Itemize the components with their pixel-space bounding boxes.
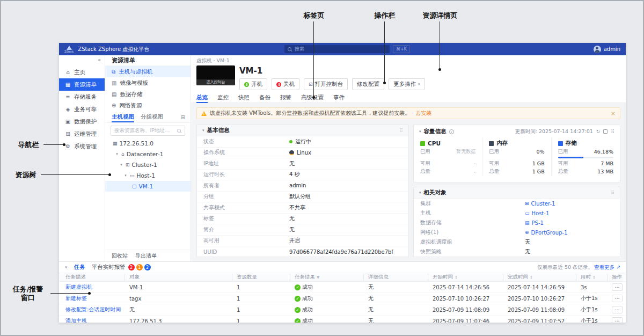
tree-node-host[interactable]: ▾▭Host-1 (105, 170, 191, 181)
major-alarm-badge[interactable]: 1 (136, 264, 143, 271)
sidebar-item-data-protection[interactable]: ▣数据保护 (59, 115, 105, 128)
ops-icon: ⊞ (65, 131, 71, 137)
tree-node-cluster[interactable]: ▾⊞Cluster-1 (105, 159, 191, 170)
drag-handle-icon[interactable]: ⠿ (611, 190, 614, 195)
sidebar-item-system[interactable]: ⚙系统管理 (59, 140, 105, 152)
export-list-link[interactable]: 导出清单 (135, 252, 157, 260)
sort-icon[interactable]: ↕ (592, 275, 596, 280)
tab-monitoring[interactable]: 监控 (217, 92, 229, 103)
tree-node-datacenter[interactable]: ▾⌂Datacenter-1 (105, 149, 191, 159)
row-actions-button[interactable]: ⋯ (612, 295, 623, 302)
power-off-button[interactable]: 关机 (272, 78, 299, 90)
info-label: 所有者 (203, 182, 289, 189)
column-header: 开始时间 (433, 274, 453, 281)
sidebar-menu: ⌂主页 ▦资源清单 ≡存储服务 ◈业务可靠 ▣数据保护 ⊞运维管理 ⚙系统管理 (59, 66, 105, 152)
business-icon: ◈ (65, 106, 71, 112)
collapse-caret-icon[interactable]: ▾ (419, 191, 421, 195)
global-search-input[interactable]: 搜索 (284, 45, 390, 53)
collapse-caret-icon[interactable]: ▾ (419, 129, 421, 134)
user-menu[interactable]: admin (594, 43, 620, 55)
tree-node-vm[interactable]: ▢VM-1 (105, 181, 191, 192)
console-thumbnail[interactable]: 进入控制台 (196, 65, 235, 85)
tab-snapshot[interactable]: 快照 (238, 92, 250, 103)
caret-down-icon[interactable]: ▾ (123, 173, 128, 178)
tree-node-zone[interactable]: ▦172.26.51.0 (105, 138, 191, 149)
task-end-time: 2025-07-10 10:26:27 (503, 296, 576, 302)
task-desc-link[interactable]: 修改配置:会话超时时间 (65, 306, 121, 313)
vmtools-warning-banner: 该虚拟机未安装 VMTools。部分监控数据和虚拟机配置依赖该工具，建议提前安装… (196, 107, 620, 119)
capacity-label: 总量 (558, 168, 568, 175)
page-title: VM-1 (239, 66, 262, 76)
search-icon (288, 47, 292, 52)
column-header: 资源数量 (237, 274, 257, 281)
column-header: 任务结果 (295, 274, 315, 281)
column-header: 任务描述 (65, 274, 86, 281)
related-value: 无 (525, 238, 530, 246)
tab-events[interactable]: 事件 (333, 92, 345, 103)
modify-config-button[interactable]: 修改配置 (352, 78, 384, 90)
row-actions-button[interactable]: ⋯ (612, 283, 623, 291)
annotation-line (313, 21, 314, 97)
recycle-bin-link[interactable]: 回收站 (112, 252, 128, 260)
sidebar-item-resources[interactable]: ▦资源清单 (59, 78, 105, 91)
sidebar-item-ops[interactable]: ⊞运维管理 (59, 128, 105, 140)
enter-console-button[interactable]: 进入控制台 (196, 79, 235, 85)
annotation-line (384, 21, 385, 83)
resource-item-images[interactable]: ▥镜像与模板 (105, 77, 191, 89)
power-on-button[interactable]: 开机 (239, 78, 267, 90)
close-icon[interactable]: × (611, 110, 616, 117)
resource-item-datastore[interactable]: ▤数据存储 (105, 89, 191, 100)
sort-icon[interactable]: ↕ (530, 275, 533, 280)
sidebar-item-business[interactable]: ◈业务可靠 (59, 103, 105, 115)
cluster-link[interactable]: ⊞Cluster-1 (525, 201, 555, 207)
capacity-value: - (474, 169, 475, 174)
task-desc-link[interactable]: 新建标签 (65, 295, 87, 302)
task-desc-link[interactable]: 新建虚拟机 (65, 283, 92, 291)
refresh-icon[interactable]: ↻ (596, 129, 601, 134)
open-console-button[interactable]: ⊡打开控制台 (304, 78, 348, 90)
info-alarm-badge[interactable]: 2 (144, 264, 151, 271)
resource-item-hosts-vms[interactable]: ⧉主机与虚拟机 (105, 66, 191, 77)
view-more-link[interactable]: 查看更多 ↗ (594, 264, 620, 271)
collapse-caret-icon[interactable]: ▾ (202, 128, 204, 133)
install-vmtools-link[interactable]: 去安装 (415, 109, 431, 117)
sidebar-collapse-icon[interactable]: « (98, 57, 101, 63)
drag-handle-icon[interactable]: ⠿ (399, 128, 403, 133)
tab-backup[interactable]: 备份 (259, 92, 270, 103)
panel-collapse-icon[interactable]: « (63, 266, 69, 269)
vm-icon: ▢ (132, 184, 137, 189)
annotation-resource-tree: 资源树 (13, 171, 39, 179)
critical-alarm-badge[interactable]: 2 (128, 264, 135, 271)
resource-item-label: 主机与虚拟机 (119, 68, 152, 76)
task-duration: 3s (576, 284, 607, 290)
tab-host-view[interactable]: 主机视图 (112, 111, 134, 122)
more-actions-button[interactable]: 更多操作▾ (389, 78, 425, 90)
caret-down-icon[interactable]: ▾ (119, 163, 123, 167)
row-actions-button[interactable]: ⋯ (612, 306, 623, 313)
task-count: 1 (232, 296, 290, 302)
tab-alarm[interactable]: 报警 (280, 92, 291, 103)
tab-tasks[interactable]: 任务 (74, 264, 85, 271)
card-title: 基本信息 (207, 127, 230, 134)
row-actions-button[interactable]: ⋯ (612, 317, 623, 323)
network-link[interactable]: ⊕DPortGroup-1 (525, 230, 568, 236)
sidebar-item-home[interactable]: ⌂主页 (59, 66, 105, 78)
task-desc-link[interactable]: 添加主机 (65, 317, 87, 323)
sidebar-item-storage[interactable]: ≡存储服务 (59, 91, 105, 103)
tab-group-view[interactable]: 分组视图 (141, 111, 163, 122)
tab-platform-alarms[interactable]: 平台实时报警 (92, 264, 126, 271)
view-tabs: 主机视图 分组视图 ⊞ (105, 111, 191, 123)
info-value: 4 秒 (289, 171, 300, 178)
resource-item-network[interactable]: ⊕网络资源 (105, 100, 191, 111)
sort-icon[interactable]: ↕ (455, 275, 458, 280)
datastore-link[interactable]: ▤PS-1 (525, 220, 544, 226)
host-link[interactable]: ▭Host-1 (525, 210, 549, 216)
tree-search-input[interactable]: 搜索资源名称、IP地址、MA... (111, 126, 185, 136)
view-layout-icon[interactable]: ⊞ (181, 114, 185, 120)
tab-overview[interactable]: 总览 (196, 92, 208, 103)
drag-handle-icon[interactable]: ⠿ (611, 129, 614, 134)
caret-down-icon[interactable]: ▾ (115, 152, 119, 156)
filter-icon[interactable]: ▼ (317, 275, 319, 280)
fullscreen-icon[interactable] (603, 129, 608, 134)
info-row-owner: 所有者admin (197, 180, 408, 192)
